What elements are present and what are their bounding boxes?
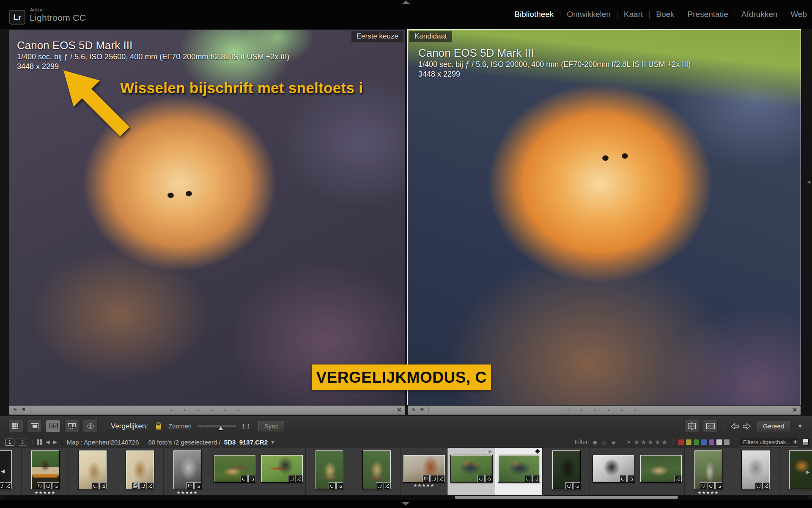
develop-badge-icon[interactable] — [763, 482, 770, 489]
filmstrip-cell[interactable] — [447, 448, 495, 495]
tag-badge-icon[interactable] — [700, 482, 707, 489]
photo-thumbnail[interactable] — [694, 450, 722, 489]
compare-candidate-pane[interactable]: Kandidaat Canon EOS 5D Mark III 1/400 se… — [408, 30, 801, 405]
rating-dots[interactable]: · · · · · · — [170, 406, 244, 414]
develop-badge-icon[interactable] — [5, 482, 12, 489]
toolbar-options-caret[interactable]: ▼ — [797, 423, 803, 429]
crop-badge-icon[interactable] — [44, 482, 52, 489]
develop-badge-icon[interactable] — [99, 482, 107, 489]
module-bibliotheek[interactable]: Bibliotheek — [514, 10, 554, 19]
copy-badge-icon[interactable] — [132, 482, 139, 489]
color-label-swatch[interactable] — [701, 439, 707, 445]
develop-badge-icon[interactable] — [336, 482, 343, 489]
crop-badge-icon[interactable] — [329, 482, 336, 489]
swap-select-candidate-button[interactable]: X Y — [684, 420, 699, 432]
forward-arrow-button[interactable]: ▶ — [53, 439, 57, 445]
photo-thumbnail[interactable] — [315, 450, 343, 489]
photo-thumbnail[interactable] — [640, 455, 682, 482]
photo-thumbnail[interactable] — [79, 450, 107, 489]
flag-reject-icon[interactable]: ⚑✕ — [21, 407, 26, 413]
filmstrip-cell[interactable] — [305, 448, 353, 495]
deselect-photo-button[interactable]: ✕ — [397, 406, 402, 413]
filmstrip-cell[interactable] — [211, 448, 258, 495]
crop-badge-icon[interactable] — [477, 475, 485, 482]
filmstrip-source-caret[interactable]: ▾ — [271, 439, 274, 445]
photo-thumbnail[interactable] — [261, 455, 303, 482]
filter-flag-unflagged-icon[interactable]: ◇ — [602, 439, 608, 445]
filmstrip-cell[interactable] — [495, 448, 542, 495]
photo-thumbnail[interactable] — [498, 455, 540, 482]
filmstrip-cell[interactable]: ★★★★★ — [400, 448, 447, 495]
module-boek[interactable]: Boek — [656, 10, 674, 19]
main-window-button[interactable]: 1 — [5, 439, 14, 446]
color-label-swatch[interactable] — [708, 439, 715, 445]
thumbnail-star-rating[interactable]: ★★★★★ — [164, 490, 211, 495]
previous-photo-button[interactable] — [731, 423, 739, 430]
color-label-swatch[interactable] — [716, 439, 722, 445]
filmstrip-cell[interactable] — [69, 448, 116, 495]
crop-badge-icon[interactable] — [755, 482, 762, 489]
filmstrip-cell[interactable] — [732, 448, 779, 495]
sync-button[interactable]: Sync — [258, 421, 284, 431]
zoom-ratio-button[interactable]: 1:1 — [241, 422, 250, 430]
filmstrip-cell[interactable]: ★★★★★ — [21, 448, 69, 495]
done-button[interactable]: Gereed — [757, 421, 790, 431]
crop-badge-icon[interactable] — [92, 482, 99, 489]
filmstrip-cell[interactable] — [637, 448, 684, 495]
module-web[interactable]: Web — [790, 10, 807, 19]
next-photo-button[interactable] — [743, 423, 751, 430]
develop-badge-icon[interactable] — [532, 475, 540, 482]
develop-badge-icon[interactable] — [194, 482, 201, 489]
photo-thumbnail[interactable] — [31, 450, 59, 489]
tag-badge-icon[interactable] — [422, 475, 430, 482]
filter-star-rating[interactable]: ★★★★★ — [634, 438, 668, 446]
compare-view-button[interactable]: X Y — [46, 420, 60, 432]
zoom-slider[interactable] — [197, 425, 236, 427]
people-view-button[interactable] — [83, 420, 98, 432]
right-panel-toggle-icon[interactable]: ◀ — [807, 179, 810, 184]
filmstrip-scrollbar-track[interactable] — [5, 495, 807, 499]
tag-badge-icon[interactable] — [37, 482, 44, 489]
crop-badge-icon[interactable] — [288, 475, 295, 482]
module-ontwikkelen[interactable]: Ontwikkelen — [567, 10, 611, 19]
filmstrip-cell[interactable]: ★★★★★ — [163, 448, 211, 495]
crop-badge-icon[interactable] — [0, 482, 4, 489]
photo-thumbnail[interactable] — [451, 455, 492, 482]
tag-badge-icon[interactable] — [187, 482, 194, 489]
develop-badge-icon[interactable] — [438, 475, 445, 482]
filmstrip-scroll-right-button[interactable]: ▶ — [806, 469, 810, 475]
bottom-panel-toggle-icon[interactable] — [402, 502, 409, 505]
flag-pick-icon[interactable]: ⚑ — [411, 407, 416, 413]
develop-badge-icon[interactable] — [627, 475, 634, 482]
thumbnail-star-rating[interactable]: ★★★★★ — [401, 483, 447, 488]
develop-badge-icon[interactable] — [715, 482, 722, 489]
color-label-swatch[interactable] — [686, 439, 692, 445]
crop-badge-icon[interactable] — [525, 475, 532, 482]
photo-thumbnail[interactable] — [363, 450, 391, 489]
module-kaart[interactable]: Kaart — [624, 10, 643, 19]
color-label-swatch[interactable] — [724, 439, 730, 445]
develop-badge-icon[interactable] — [675, 475, 682, 482]
crop-badge-icon[interactable] — [620, 475, 627, 482]
thumbnail-star-rating[interactable]: ★★★★★ — [685, 490, 732, 495]
module-afdrukken[interactable]: Afdrukken — [741, 10, 778, 19]
crop-badge-icon[interactable] — [430, 475, 437, 482]
crop-badge-icon[interactable] — [241, 475, 248, 482]
photo-thumbnail[interactable] — [552, 450, 580, 489]
filmstrip-cell[interactable]: ★★★★★ — [684, 448, 732, 495]
survey-view-button[interactable] — [64, 420, 79, 432]
develop-badge-icon[interactable] — [384, 482, 391, 489]
filmstrip-cell[interactable] — [353, 448, 400, 495]
filter-flag-pick-icon[interactable]: ◆ — [593, 439, 599, 445]
filmstrip-cell[interactable] — [258, 448, 305, 495]
rating-dots[interactable]: · · · · · · — [567, 406, 641, 414]
develop-badge-icon[interactable] — [296, 475, 303, 482]
deselect-photo-button[interactable]: ✕ — [792, 406, 797, 413]
filmstrip-cell[interactable] — [116, 448, 163, 495]
thumbnail-star-rating[interactable]: ★★★★★ — [22, 490, 69, 495]
crop-badge-icon[interactable] — [708, 482, 715, 489]
photo-thumbnail[interactable] — [403, 455, 445, 482]
flag-reject-icon[interactable]: ⚑✕ — [420, 407, 425, 413]
filmstrip-cell[interactable] — [542, 448, 590, 495]
back-arrow-button[interactable]: ◀ — [46, 439, 49, 445]
